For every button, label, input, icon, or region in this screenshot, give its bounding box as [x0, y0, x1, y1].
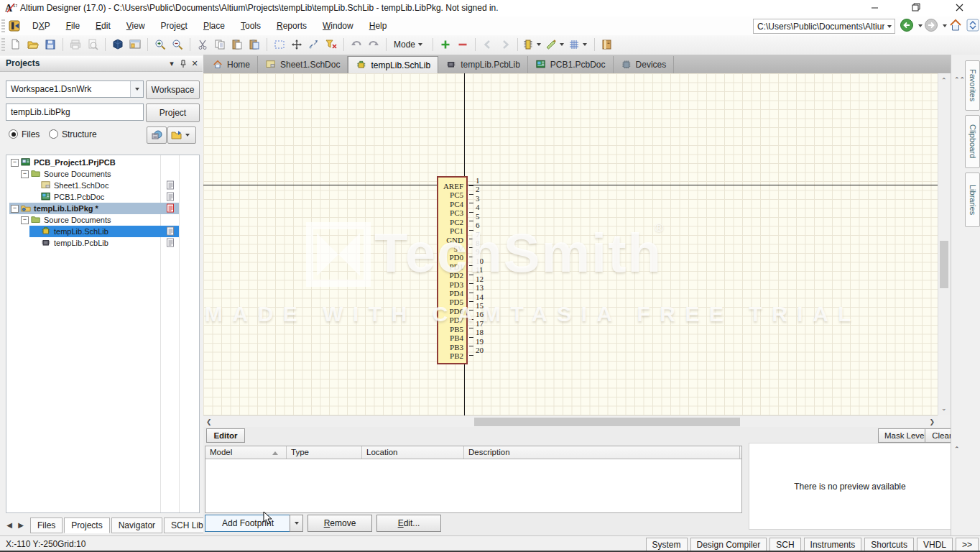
model-table[interactable]: ModelTypeLocationDescription: [205, 446, 742, 513]
collapse-expander-icon[interactable]: −: [11, 159, 19, 167]
doc-tab-templibschlib[interactable]: tempLib.SchLib: [348, 56, 438, 73]
minimize-button[interactable]: [858, 0, 891, 17]
menu-help[interactable]: Help: [361, 18, 395, 34]
close-button[interactable]: [943, 0, 976, 17]
doc-tab-pcb1pcbdoc[interactable]: PCB1.PcbDoc: [528, 56, 614, 73]
tree-row[interactable]: −Source Documents: [6, 168, 199, 180]
doc-tab-home[interactable]: Home: [205, 56, 258, 73]
scroll-up-icon[interactable]: ⌃: [954, 446, 960, 453]
status-button-instruments[interactable]: Instruments: [804, 538, 862, 551]
menu-place[interactable]: Place: [195, 18, 233, 34]
panel-tab-navigator[interactable]: Navigator: [111, 518, 162, 533]
zoom-out-button[interactable]: [170, 37, 185, 52]
paste-button[interactable]: [229, 37, 245, 52]
schematic-component[interactable]: AREFPC5PC4PC3PC2PC1GND5VPD0PD1PD2PD3PD4P…: [437, 176, 468, 364]
scroll-right-icon[interactable]: ❯: [929, 418, 935, 426]
scroll-left-icon[interactable]: ❮: [206, 418, 212, 426]
doc-tab-templibpcblib[interactable]: tempLib.PcbLib: [438, 56, 528, 73]
menu-project[interactable]: Project: [153, 18, 195, 34]
vertical-scrollbar[interactable]: ⌃ ⌄: [938, 73, 951, 415]
print-preview-button[interactable]: [85, 37, 101, 52]
open-button[interactable]: [25, 37, 41, 52]
cut-button[interactable]: [195, 37, 211, 52]
menu-dxp[interactable]: DXP: [24, 18, 58, 34]
forward-button[interactable]: [497, 37, 513, 52]
status-button-sch[interactable]: SCH: [769, 538, 800, 551]
project-button[interactable]: Project: [146, 104, 200, 122]
menu-edit[interactable]: Edit: [88, 18, 119, 34]
tree-row[interactable]: tempLib.PcbLib: [6, 237, 199, 249]
refresh-button[interactable]: [966, 18, 980, 32]
paste-array-button[interactable]: [246, 37, 262, 52]
workspace-dropdown[interactable]: Workspace1.DsnWrk: [6, 80, 144, 98]
tree-row[interactable]: PCB1.PcbDoc: [6, 191, 199, 203]
column-header-type[interactable]: Type: [287, 446, 362, 459]
nav-forward-button[interactable]: [924, 18, 938, 32]
nav-back-dropdown-icon[interactable]: [918, 24, 923, 27]
library-button[interactable]: [599, 37, 615, 52]
tab-scroll-right-icon[interactable]: ▶: [16, 520, 26, 530]
tree-row[interactable]: −Source Documents: [6, 214, 199, 226]
print-button[interactable]: [68, 37, 83, 52]
dxp-icon[interactable]: [9, 20, 20, 32]
menu-tools[interactable]: Tools: [233, 18, 269, 34]
remove-button[interactable]: Remove: [308, 515, 372, 532]
panel-tab-projects[interactable]: Projects: [64, 518, 109, 533]
add-footprint-button[interactable]: Add Footprint: [205, 515, 291, 532]
cube-3d-button[interactable]: [110, 37, 126, 52]
back-button[interactable]: [480, 37, 496, 52]
add-button[interactable]: [438, 37, 453, 52]
select-area-button[interactable]: [272, 37, 287, 52]
save-button[interactable]: [42, 37, 58, 52]
tree-row[interactable]: −PCB_Project1.PrjPCB: [6, 157, 199, 168]
open-project-button[interactable]: [147, 126, 167, 144]
menu-window[interactable]: Window: [315, 18, 361, 34]
column-header-model[interactable]: Model: [205, 446, 287, 459]
home-button[interactable]: [948, 18, 963, 32]
scroll-up-icon[interactable]: ⌃: [941, 77, 947, 84]
panel-tab-schlibrary[interactable]: SCH Library: [164, 518, 203, 533]
collapse-panels-icon[interactable]: ⌃⌃: [954, 76, 965, 83]
doc-tab-devices[interactable]: Devices: [614, 56, 675, 73]
horizontal-scrollbar[interactable]: ❮ ❯: [203, 415, 938, 428]
scroll-down-icon[interactable]: ⌄: [941, 405, 947, 412]
status-button-shortcuts[interactable]: Shortcuts: [864, 538, 914, 551]
horizontal-scroll-thumb[interactable]: [474, 418, 740, 426]
menu-view[interactable]: View: [119, 18, 153, 34]
tree-row[interactable]: −tempLib.LibPkg *: [6, 203, 199, 214]
schematic-canvas[interactable]: AREFPC5PC4PC3PC2PC1GND5VPD0PD1PD2PD3PD4P…: [203, 73, 938, 415]
panel-tab-files[interactable]: Files: [30, 518, 63, 533]
clear-filter-button[interactable]: [323, 37, 339, 52]
editor-tab[interactable]: Editor: [206, 428, 245, 443]
column-header-location[interactable]: Location: [362, 446, 464, 459]
collapse-expander-icon[interactable]: −: [11, 205, 19, 213]
status-button-system[interactable]: System: [646, 538, 688, 551]
doc-tab-sheet1schdoc[interactable]: Sheet1.SchDoc: [258, 56, 348, 73]
workspace-button[interactable]: Workspace: [146, 80, 200, 99]
open-document-button[interactable]: [167, 126, 196, 144]
chevron-down-icon[interactable]: ▾: [167, 60, 177, 68]
redo-button[interactable]: [366, 37, 382, 52]
zoom-in-button[interactable]: [152, 37, 168, 52]
panel-tab-libraries[interactable]: Libraries: [965, 172, 980, 227]
vertical-scroll-thumb[interactable]: [940, 241, 948, 288]
collapse-expander-icon[interactable]: −: [21, 170, 29, 178]
tree-row[interactable]: tempLib.SchLib: [6, 226, 199, 237]
address-combobox[interactable]: C:\Users\Public\Documents\Altiur: [753, 19, 895, 34]
tab-scroll-left-icon[interactable]: ◀: [4, 520, 14, 530]
cross-probe-button[interactable]: [306, 37, 322, 52]
project-name-input[interactable]: tempLib.LibPkg: [6, 104, 144, 121]
panel-tab-clipboard[interactable]: Clipboard: [965, 115, 980, 168]
status-button-vhdl[interactable]: VHDL: [917, 538, 953, 551]
draw-tools-button[interactable]: [545, 37, 567, 52]
move-button[interactable]: [289, 37, 305, 52]
grid-button[interactable]: [568, 37, 590, 52]
column-header-description[interactable]: Description: [464, 446, 740, 459]
close-icon[interactable]: ✕: [190, 60, 200, 68]
status-button-[interactable]: >>: [956, 538, 979, 551]
panel-tab-favorites[interactable]: Favorites: [965, 60, 980, 111]
add-footprint-dropdown[interactable]: [290, 515, 303, 532]
status-button-designcompiler[interactable]: Design Compiler: [690, 538, 767, 551]
nav-forward-dropdown-icon[interactable]: [943, 24, 947, 27]
undo-button[interactable]: [348, 37, 364, 52]
